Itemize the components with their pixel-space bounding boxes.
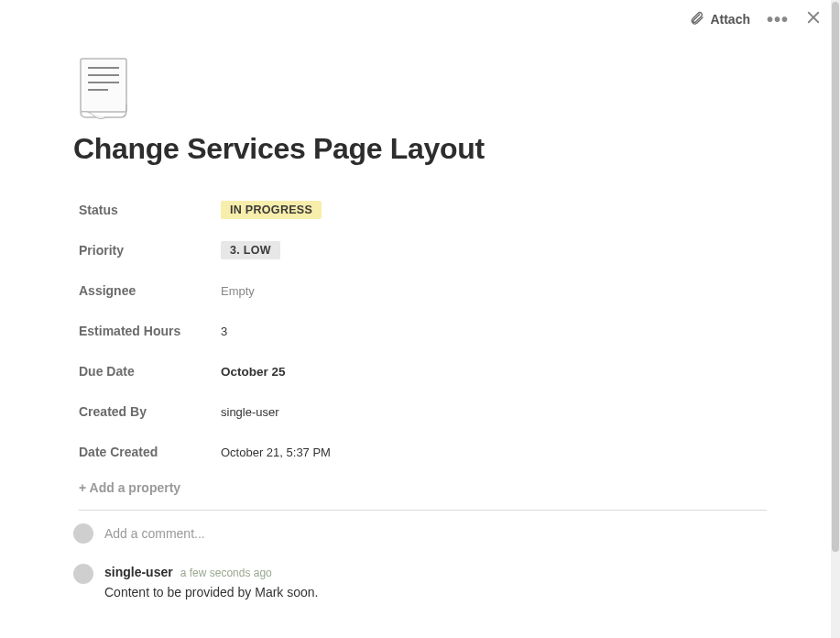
- page-content: Change Services Page Layout Status IN PR…: [0, 0, 840, 600]
- property-row-due-date[interactable]: Due Date October 25: [79, 351, 767, 391]
- page-icon[interactable]: [75, 57, 767, 126]
- property-row-priority[interactable]: Priority 3. LOW: [79, 230, 767, 270]
- status-value: IN PROGRESS: [221, 201, 322, 219]
- ellipsis-icon: •••: [767, 9, 789, 29]
- estimated-hours-value[interactable]: 3: [221, 324, 227, 338]
- property-label: Due Date: [79, 364, 221, 379]
- more-button[interactable]: •••: [767, 10, 789, 28]
- property-label: Priority: [79, 243, 221, 258]
- properties-panel: Status IN PROGRESS Priority 3. LOW Assig…: [73, 190, 767, 511]
- property-row-date-created[interactable]: Date Created October 21, 5:37 PM: [79, 432, 767, 472]
- scrollbar-thumb[interactable]: [832, 2, 839, 552]
- top-actions-bar: Attach •••: [690, 9, 822, 29]
- attach-label: Attach: [710, 12, 750, 27]
- created-by-value: single-user: [221, 405, 279, 419]
- due-date-value[interactable]: October 25: [221, 365, 286, 379]
- priority-value: 3. LOW: [221, 241, 280, 259]
- date-created-value: October 21, 5:37 PM: [221, 446, 331, 459]
- property-label: Assignee: [79, 283, 221, 298]
- page-title[interactable]: Change Services Page Layout: [73, 132, 767, 166]
- property-label: Estimated Hours: [79, 324, 221, 338]
- comment-time: a few seconds ago: [180, 566, 272, 579]
- property-row-status[interactable]: Status IN PROGRESS: [79, 190, 767, 230]
- divider: [79, 510, 767, 511]
- property-label: Date Created: [79, 445, 221, 459]
- comment-body: single-user a few seconds ago Content to…: [104, 564, 318, 600]
- svg-rect-2: [81, 59, 126, 112]
- property-row-created-by[interactable]: Created By single-user: [79, 391, 767, 432]
- close-icon: [805, 9, 822, 29]
- status-badge[interactable]: IN PROGRESS: [221, 201, 322, 219]
- property-label: Status: [79, 203, 221, 217]
- avatar: [73, 523, 93, 544]
- property-row-estimated-hours[interactable]: Estimated Hours 3: [79, 311, 767, 351]
- paperclip-icon: [690, 11, 704, 28]
- document-icon: [75, 110, 132, 126]
- comment: single-user a few seconds ago Content to…: [73, 564, 767, 600]
- assignee-value[interactable]: Empty: [221, 284, 255, 298]
- attach-button[interactable]: Attach: [690, 11, 750, 28]
- property-row-assignee[interactable]: Assignee Empty: [79, 270, 767, 311]
- comment-input[interactable]: [104, 526, 767, 541]
- close-button[interactable]: [805, 9, 822, 29]
- comment-author: single-user: [104, 565, 173, 579]
- comment-header: single-user a few seconds ago: [104, 565, 318, 579]
- priority-badge[interactable]: 3. LOW: [221, 241, 280, 259]
- add-property-button[interactable]: + Add a property: [79, 479, 189, 497]
- comment-text: Content to be provided by Mark soon.: [104, 585, 318, 600]
- comment-input-row: [73, 523, 767, 544]
- property-label: Created By: [79, 404, 221, 419]
- avatar: [73, 564, 93, 584]
- scrollbar[interactable]: [831, 0, 840, 638]
